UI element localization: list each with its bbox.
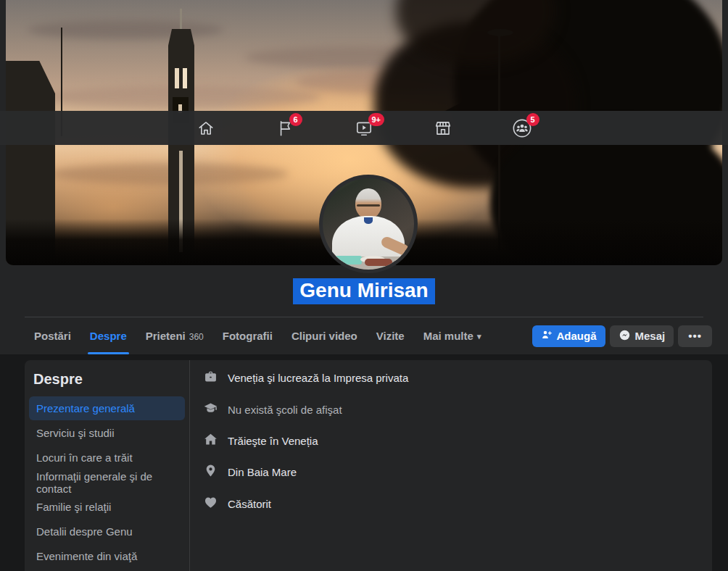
profile-name: Genu Mirisan: [293, 278, 434, 304]
relationship-info-row: Căsătorit: [203, 488, 698, 520]
pages-notification-badge: 6: [289, 113, 302, 126]
profile-picture-image: [323, 178, 414, 270]
profile-tabs: Postări Despre Prieteni 360 Fotografii C…: [25, 317, 490, 354]
profile-action-buttons: Adaugă Mesaj •••: [532, 325, 712, 347]
nav-pages-button[interactable]: 6: [246, 111, 325, 145]
ellipsis-icon: •••: [688, 330, 702, 342]
marketplace-icon: [434, 119, 452, 138]
sidebar-item-locuri[interactable]: Locuri în care a trăit: [29, 446, 185, 470]
profile-header: 6 9+: [0, 0, 728, 354]
nav-groups-button[interactable]: 5: [483, 111, 562, 145]
nav-home-button[interactable]: [167, 111, 246, 145]
message-button[interactable]: Mesaj: [610, 325, 674, 347]
tab-postari[interactable]: Postări: [25, 317, 80, 354]
chevron-down-icon: ▾: [477, 332, 481, 341]
tab-prieteni[interactable]: Prieteni 360: [136, 317, 213, 354]
about-sidebar: Despre Prezentare generală Serviciu şi s…: [25, 360, 190, 571]
from-info-row: Din Baia Mare: [203, 457, 698, 488]
profile-picture[interactable]: [319, 175, 418, 273]
about-overview-content: Veneția şi lucrează la Impresa privata N…: [190, 360, 712, 571]
sidebar-item-familie-relatii[interactable]: Familie şi relaţii: [29, 495, 185, 519]
briefcase-icon: [203, 369, 218, 387]
house-icon: [203, 432, 218, 450]
education-info-row: Nu există şcoli de afişat: [203, 393, 698, 425]
tab-despre[interactable]: Despre: [80, 317, 136, 354]
sidebar-item-detalii[interactable]: Detalii despre Genu: [29, 520, 185, 543]
profile-tabs-row: Postări Despre Prieteni 360 Fotografii C…: [25, 317, 712, 354]
watch-notification-badge: 9+: [368, 113, 385, 126]
profile-name-row: Genu Mirisan: [0, 278, 728, 304]
friends-count: 360: [189, 332, 204, 342]
tab-vizite[interactable]: Vizite: [367, 317, 414, 354]
nav-watch-button[interactable]: 9+: [325, 111, 404, 145]
add-friend-button[interactable]: Adaugă: [532, 325, 605, 347]
about-card: Despre Prezentare generală Serviciu şi s…: [25, 360, 712, 571]
heart-icon: [203, 495, 218, 513]
about-nav-list: Prezentare generală Serviciu şi studii L…: [29, 396, 185, 568]
top-navigation-bar: 6 9+: [0, 111, 728, 145]
cover-street-lamp: [487, 29, 513, 36]
messenger-icon: [619, 329, 631, 343]
tab-mai-multe[interactable]: Mai multe ▾: [414, 317, 491, 354]
sidebar-item-informatii-contact[interactable]: Informaţii generale şi de contact: [29, 470, 185, 494]
sidebar-item-serviciu-si-studii[interactable]: Serviciu şi studii: [29, 421, 185, 445]
location-pin-icon: [203, 463, 218, 481]
lives-in-info-row: Trăieşte în Veneția: [203, 425, 698, 457]
nav-marketplace-button[interactable]: [404, 111, 483, 145]
sidebar-item-evenimente[interactable]: Evenimente din viaţă: [29, 544, 185, 568]
tab-clipuri-video[interactable]: Clipuri video: [282, 317, 367, 354]
tab-fotografii[interactable]: Fotografii: [213, 317, 282, 354]
about-heading: Despre: [29, 370, 185, 396]
facebook-profile-page: 6 9+: [0, 0, 728, 571]
groups-notification-badge: 5: [526, 113, 539, 126]
work-info-row: Veneția şi lucrează la Impresa privata: [203, 362, 698, 393]
graduation-cap-icon: [203, 401, 218, 419]
more-options-button[interactable]: •••: [678, 325, 712, 347]
sidebar-item-prezentare-generala[interactable]: Prezentare generală: [29, 396, 185, 420]
home-icon: [197, 119, 215, 138]
person-add-icon: [541, 329, 553, 343]
